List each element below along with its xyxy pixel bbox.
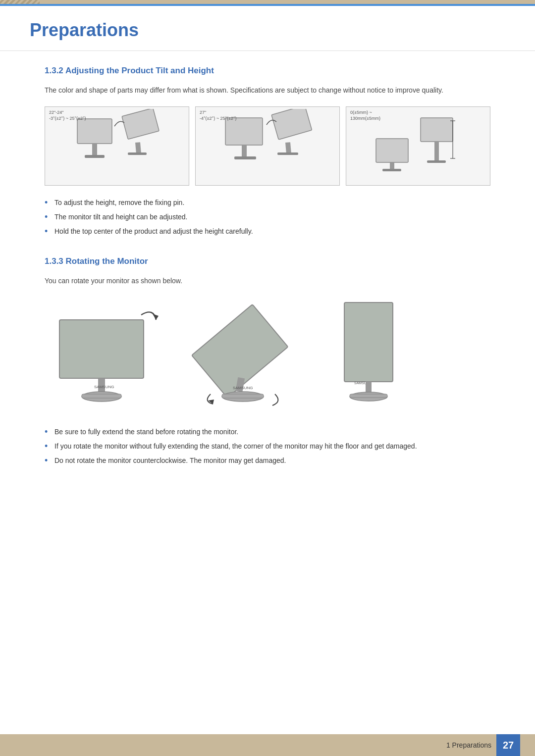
section-1-bullets: To adjust the height, remove the fixing … xyxy=(45,198,490,237)
rotation-diagram-1: SAMSUNG xyxy=(45,300,168,410)
bullet-1-1: To adjust the height, remove the fixing … xyxy=(45,198,490,208)
bullet-2-2: If you rotate the monitor without fully … xyxy=(45,441,490,452)
section-rotating: 1.3.3 Rotating the Monitor You can rotat… xyxy=(45,256,490,465)
svg-rect-1 xyxy=(92,144,97,156)
section-1-title: Adjusting the Product Tilt and Height xyxy=(65,66,214,75)
svg-rect-33 xyxy=(344,302,393,382)
diagram-box-1: 22"-24"-3°(±2°) ~ 25°(±2°) xyxy=(45,106,189,186)
section-2-bullets: Be sure to fully extend the stand before… xyxy=(45,427,490,466)
svg-rect-7 xyxy=(242,145,247,157)
section-1-heading: 1.3.2 Adjusting the Product Tilt and Hei… xyxy=(45,66,490,76)
section-2-number: 1.3.3 xyxy=(45,256,63,266)
svg-rect-37 xyxy=(350,394,387,398)
bullet-1-2: The monitor tilt and height can be adjus… xyxy=(45,212,490,222)
svg-rect-2 xyxy=(85,155,105,158)
footer-section-label: 1 Preparations xyxy=(446,741,491,749)
svg-rect-10 xyxy=(285,143,291,154)
svg-rect-13 xyxy=(390,162,394,170)
svg-rect-6 xyxy=(225,118,263,145)
svg-rect-9 xyxy=(271,109,312,140)
diagram-svg-3 xyxy=(369,109,468,183)
rotation-svg-1: SAMSUNG xyxy=(45,300,168,409)
svg-rect-5 xyxy=(128,152,147,155)
section-1-intro: The color and shape of parts may differ … xyxy=(45,85,490,96)
diagram-label-3: 0(±5mm) ~130mm(±5mm) xyxy=(350,110,380,121)
svg-rect-21 xyxy=(59,320,144,378)
header-accent xyxy=(0,0,40,4)
tilt-diagram-row: 22"-24"-3°(±2°) ~ 25°(±2°) 27"-4°(±2°) ~… xyxy=(45,106,490,186)
svg-rect-0 xyxy=(77,119,112,144)
svg-text:SAMSUNG: SAMSUNG xyxy=(94,385,114,389)
diagram-box-2: 27"-4°(±2°) ~ 25°(±2°) xyxy=(195,106,340,186)
bullet-2-1: Be sure to fully extend the stand before… xyxy=(45,427,490,437)
diagram-label-2: 27"-4°(±2°) ~ 25°(±2°) xyxy=(200,110,237,121)
svg-rect-11 xyxy=(277,152,298,155)
rotation-diagram-3: SAMSUNG xyxy=(317,298,416,413)
svg-rect-30 xyxy=(222,394,264,398)
svg-rect-3 xyxy=(122,109,159,139)
svg-rect-17 xyxy=(427,160,446,163)
bullet-2-3: Do not rotate the monitor counterclockwi… xyxy=(45,455,490,466)
svg-marker-26 xyxy=(153,314,159,320)
rotation-svg-3: SAMSUNG xyxy=(317,298,416,411)
svg-rect-24 xyxy=(82,394,121,398)
section-2-intro: You can rotate your monitor as shown bel… xyxy=(45,275,490,286)
page-title: Preparations xyxy=(30,20,505,41)
svg-rect-8 xyxy=(234,156,256,159)
svg-rect-14 xyxy=(382,169,401,171)
page-footer: 1 Preparations 27 xyxy=(0,734,535,756)
bullet-1-3: Hold the top center of the product and a… xyxy=(45,226,490,237)
diagram-box-3: 0(±5mm) ~130mm(±5mm) xyxy=(346,106,490,186)
rotation-svg-2: SAMSUNG xyxy=(178,298,307,411)
section-1-number: 1.3.2 xyxy=(45,66,63,75)
section-tilt-height: 1.3.2 Adjusting the Product Tilt and Hei… xyxy=(45,66,490,237)
svg-rect-12 xyxy=(376,139,408,162)
header-bar xyxy=(0,0,535,4)
page-title-area: Preparations xyxy=(0,6,535,51)
footer-page-number: 27 xyxy=(496,734,520,756)
rotation-diagram-row: SAMSUNG xyxy=(45,298,490,413)
diagram-label-1: 22"-24"-3°(±2°) ~ 25°(±2°) xyxy=(49,110,86,121)
svg-text:SAMSUNG: SAMSUNG xyxy=(233,386,253,390)
main-content: 1.3.2 Adjusting the Product Tilt and Hei… xyxy=(0,66,535,466)
svg-rect-16 xyxy=(434,142,439,161)
svg-rect-35 xyxy=(366,382,372,393)
section-2-title: Rotating the Monitor xyxy=(66,256,148,266)
svg-rect-4 xyxy=(135,143,141,154)
rotation-diagram-2: SAMSUNG xyxy=(178,298,307,413)
svg-rect-15 xyxy=(421,118,453,142)
section-2-heading: 1.3.3 Rotating the Monitor xyxy=(45,256,490,266)
